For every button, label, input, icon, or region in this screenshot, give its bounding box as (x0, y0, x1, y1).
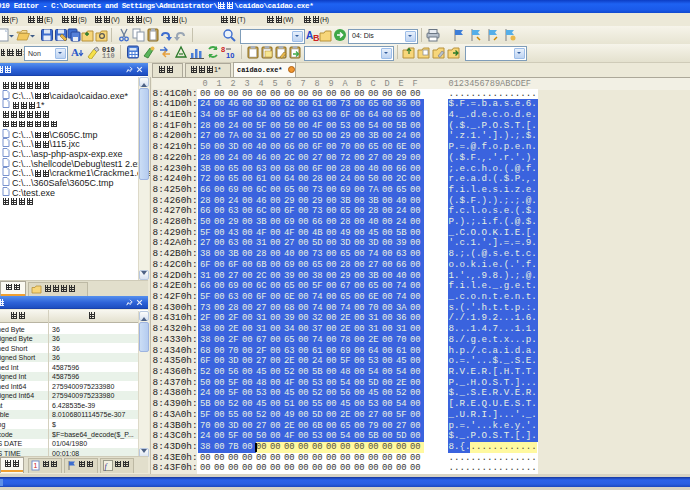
svg-text:A: A (71, 46, 79, 58)
svg-text:10: 10 (226, 51, 234, 59)
svg-text:110: 110 (102, 52, 115, 59)
svg-text:1: 1 (34, 462, 38, 469)
svg-text:8: 8 (221, 45, 225, 54)
